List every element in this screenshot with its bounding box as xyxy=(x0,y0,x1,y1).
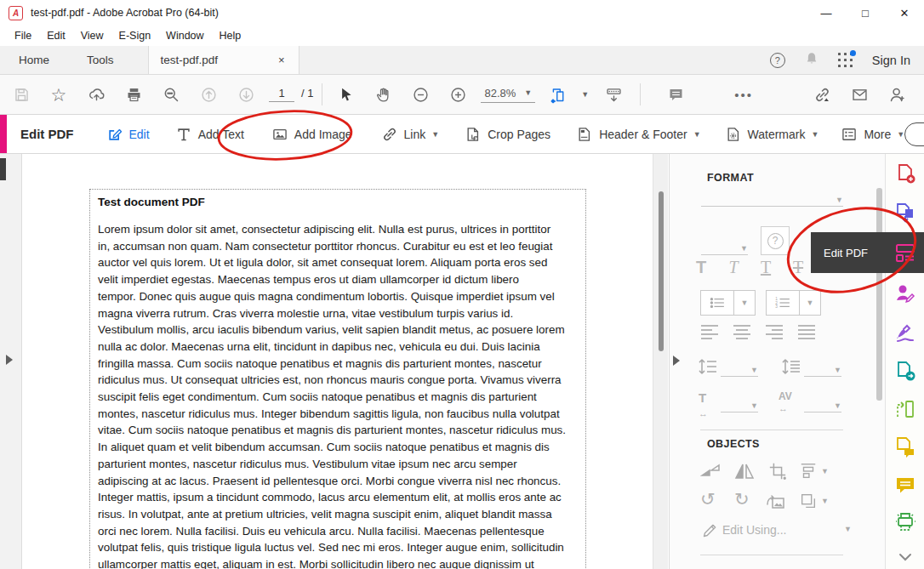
character-spacing-dropdown[interactable]: ▼ xyxy=(804,392,841,413)
watermark-icon xyxy=(725,126,742,143)
page-total-label: / 1 xyxy=(301,87,313,100)
help-icon[interactable]: ? xyxy=(770,53,785,68)
menu-window[interactable]: Window xyxy=(158,27,211,44)
more-button[interactable]: More ▼ xyxy=(841,126,904,143)
request-e-signatures-icon[interactable] xyxy=(893,282,917,305)
bulleted-list-dropdown[interactable]: ▼ xyxy=(733,290,756,316)
notifications-bell-icon[interactable] xyxy=(804,51,819,70)
share-link-icon[interactable] xyxy=(807,80,836,109)
organize-pages-icon[interactable] xyxy=(893,397,917,421)
collapse-right-panel-icon[interactable] xyxy=(673,356,680,366)
bold-button[interactable]: T xyxy=(690,258,712,277)
add-image-button[interactable]: Add Image xyxy=(271,126,352,143)
fit-width-icon[interactable] xyxy=(544,80,573,109)
align-left-icon[interactable] xyxy=(700,324,719,339)
nav-pane-tab[interactable] xyxy=(0,158,6,180)
italic-button[interactable]: T xyxy=(722,258,744,277)
export-pdf-icon[interactable] xyxy=(893,201,917,225)
document-scrollbar[interactable] xyxy=(653,154,668,569)
line-spacing-dropdown[interactable]: ▼ xyxy=(721,356,758,377)
select-tool-icon[interactable] xyxy=(331,80,360,109)
menu-esign[interactable]: E-Sign xyxy=(111,27,159,44)
flip-vertical-icon[interactable] xyxy=(700,462,721,481)
close-window-button[interactable]: ✕ xyxy=(885,0,924,26)
rotate-counterclockwise-icon[interactable]: ↺ xyxy=(700,489,716,509)
touch-mode-icon[interactable] xyxy=(599,80,628,109)
numbered-list-dropdown[interactable]: ▼ xyxy=(799,290,821,316)
align-objects-dropdown[interactable]: ▼ xyxy=(821,467,829,475)
body-line: risus. In volutpat, ante at pretium ultr… xyxy=(98,506,578,523)
create-pdf-icon[interactable] xyxy=(893,162,917,185)
link-button[interactable]: Link ▼ xyxy=(381,126,440,143)
horizontal-scale-dropdown[interactable]: ▼ xyxy=(721,392,758,413)
align-objects-icon[interactable] xyxy=(799,462,818,481)
send-for-comments-icon[interactable] xyxy=(893,359,917,383)
share-upload-icon[interactable] xyxy=(82,80,111,109)
previous-page-icon[interactable] xyxy=(194,80,223,109)
add-text-button[interactable]: Add Text xyxy=(175,126,244,143)
arrange-objects-icon[interactable] xyxy=(799,492,818,510)
font-family-dropdown[interactable]: ▼ xyxy=(701,185,843,207)
watermark-button[interactable]: Watermark ▼ xyxy=(725,126,819,143)
flip-horizontal-icon[interactable] xyxy=(734,462,755,481)
zoom-out-icon[interactable] xyxy=(406,80,435,109)
crop-pages-button[interactable]: Crop Pages xyxy=(465,126,550,143)
menu-file[interactable]: File xyxy=(7,27,39,44)
sign-in-button[interactable]: Sign In xyxy=(872,54,910,67)
crop-image-icon[interactable] xyxy=(768,462,787,481)
menu-help[interactable]: Help xyxy=(212,27,249,44)
header-footer-button[interactable]: Header & Footer ▼ xyxy=(576,126,700,143)
numbered-list-button[interactable]: 123 xyxy=(766,290,800,316)
tab-tools[interactable]: Tools xyxy=(68,46,133,74)
edit-pdf-icon[interactable] xyxy=(893,241,917,265)
bulleted-list-button[interactable] xyxy=(700,290,734,316)
replace-image-icon[interactable] xyxy=(765,492,785,509)
align-justify-icon[interactable] xyxy=(797,324,816,339)
page-number-input[interactable]: 1 xyxy=(269,87,294,102)
tab-document[interactable]: test-pdf.pdf × xyxy=(148,46,299,74)
align-center-icon[interactable] xyxy=(733,324,751,339)
print-icon[interactable] xyxy=(119,80,148,109)
arrange-objects-dropdown[interactable]: ▼ xyxy=(821,497,829,505)
edit-using-dropdown[interactable]: ▼ xyxy=(844,525,852,533)
menu-edit[interactable]: Edit xyxy=(39,27,73,44)
scrollbar-thumb[interactable] xyxy=(659,191,664,351)
format-help-button[interactable]: ? xyxy=(761,226,790,255)
chevron-down-icon[interactable]: ▼ xyxy=(581,90,589,99)
font-size-dropdown[interactable]: ▼ xyxy=(701,233,748,255)
tab-close-icon[interactable]: × xyxy=(277,54,287,66)
minimize-button[interactable]: — xyxy=(807,0,846,26)
compare-files-icon[interactable] xyxy=(893,435,917,459)
align-right-icon[interactable] xyxy=(765,324,784,339)
close-edit-pdf-button[interactable]: Close xyxy=(904,122,924,146)
editable-text-block[interactable]: Test document PDF Lorem ipsum dolor sit … xyxy=(89,189,586,569)
paragraph-spacing-dropdown[interactable]: ▼ xyxy=(804,356,841,377)
star-favorite-icon[interactable]: ☆ xyxy=(44,80,73,109)
hand-tool-icon[interactable] xyxy=(368,80,397,109)
menu-view[interactable]: View xyxy=(73,27,111,44)
profile-add-icon[interactable] xyxy=(882,80,911,109)
zoom-in-icon[interactable] xyxy=(443,80,472,109)
find-icon[interactable] xyxy=(157,80,185,109)
rotate-clockwise-icon[interactable]: ↻ xyxy=(734,489,750,509)
expand-left-pane-icon[interactable] xyxy=(6,355,13,365)
tab-home[interactable]: Home xyxy=(0,46,68,74)
strikethrough-button[interactable]: T xyxy=(787,258,809,277)
email-icon[interactable] xyxy=(845,80,874,109)
edit-using-button[interactable]: Edit Using... xyxy=(722,523,786,537)
more-tools-chevron-icon[interactable] xyxy=(893,545,917,569)
comment-tool-icon[interactable] xyxy=(893,474,917,498)
panel-scrollbar-thumb[interactable] xyxy=(876,188,882,401)
maximize-button[interactable]: □ xyxy=(846,0,885,26)
zoom-level-dropdown[interactable]: 82.8% ▼ xyxy=(481,87,535,103)
scan-and-ocr-icon[interactable] xyxy=(893,509,917,533)
underline-button[interactable]: T xyxy=(755,258,777,277)
more-tools-icon[interactable]: ••• xyxy=(729,80,758,109)
save-icon[interactable] xyxy=(7,80,36,109)
fill-and-sign-icon[interactable] xyxy=(893,321,917,344)
edit-mode-button[interactable]: Edit xyxy=(106,126,150,143)
next-page-icon[interactable] xyxy=(231,80,260,109)
comment-icon[interactable] xyxy=(661,80,690,109)
apps-grid-icon[interactable] xyxy=(838,53,853,68)
acrobat-window: A test-pdf.pdf - Adobe Acrobat Pro (64-b… xyxy=(0,0,924,569)
